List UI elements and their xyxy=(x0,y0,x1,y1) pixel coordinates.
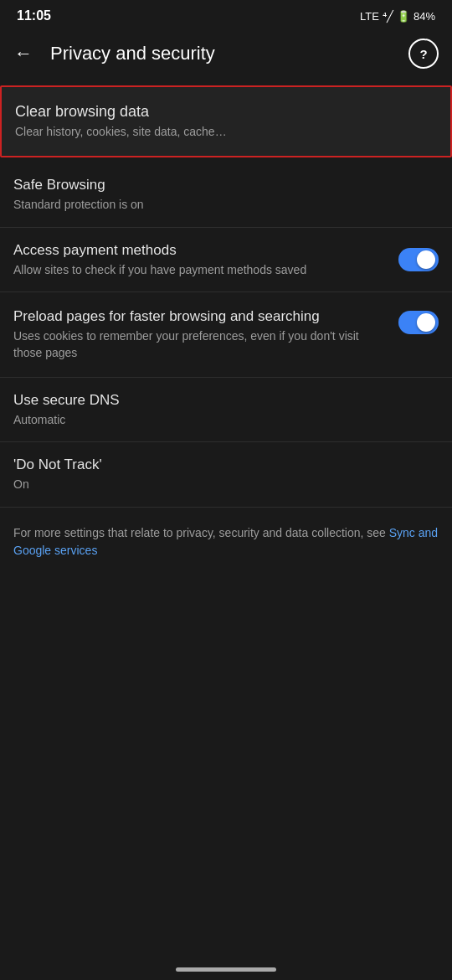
safe-browsing-title: Safe Browsing xyxy=(13,176,439,194)
signal-icon: ⁴╱ xyxy=(383,10,393,23)
clear-browsing-data-title: Clear browsing data xyxy=(15,102,437,121)
home-indicator xyxy=(176,967,276,972)
help-button[interactable]: ? xyxy=(408,39,439,69)
use-secure-dns-subtitle: Automatic xyxy=(13,412,439,429)
clear-browsing-data-subtitle: Clear history, cookies, site data, cache… xyxy=(15,124,437,141)
access-payment-toggle[interactable] xyxy=(398,248,439,271)
access-payment-methods-content: Access payment methods Allow sites to ch… xyxy=(13,241,388,279)
safe-browsing-item[interactable]: Safe Browsing Standard protection is on xyxy=(0,162,452,228)
page-title: Privacy and security xyxy=(50,43,398,64)
do-not-track-subtitle: On xyxy=(13,477,439,493)
header: ← Privacy and security ? xyxy=(0,28,452,80)
use-secure-dns-item[interactable]: Use secure DNS Automatic xyxy=(0,378,452,443)
toggle-thumb-2 xyxy=(417,313,435,332)
toggle-track xyxy=(398,248,439,271)
safe-browsing-subtitle: Standard protection is on xyxy=(13,197,439,214)
preload-pages-item[interactable]: Preload pages for faster browsing and se… xyxy=(0,292,452,377)
toggle-track-2 xyxy=(398,311,439,334)
access-payment-methods-item[interactable]: Access payment methods Allow sites to ch… xyxy=(0,228,452,293)
preload-pages-toggle[interactable] xyxy=(398,311,439,334)
preload-pages-content: Preload pages for faster browsing and se… xyxy=(13,307,388,361)
safe-browsing-content: Safe Browsing Standard protection is on xyxy=(13,176,439,214)
settings-list: Clear browsing data Clear history, cooki… xyxy=(0,85,452,576)
do-not-track-item[interactable]: 'Do Not Track' On xyxy=(0,442,452,508)
do-not-track-title: 'Do Not Track' xyxy=(13,456,439,474)
use-secure-dns-content: Use secure DNS Automatic xyxy=(13,391,439,429)
back-button[interactable]: ← xyxy=(7,37,40,70)
back-arrow-icon: ← xyxy=(14,43,33,64)
status-bar: 11:05 LTE ⁴╱ 🔋 84% xyxy=(0,0,452,28)
access-payment-methods-title: Access payment methods xyxy=(13,241,388,260)
access-payment-methods-subtitle: Allow sites to check if you have payment… xyxy=(13,262,388,279)
battery-percent: 84% xyxy=(413,10,435,23)
battery-icon: 🔋 xyxy=(397,10,410,23)
preload-pages-title: Preload pages for faster browsing and se… xyxy=(13,307,388,326)
footer-text: For more settings that relate to privacy… xyxy=(13,526,389,539)
preload-pages-subtitle: Uses cookies to remember your preference… xyxy=(13,328,388,361)
clear-browsing-data-item[interactable]: Clear browsing data Clear history, cooki… xyxy=(0,85,452,157)
toggle-thumb xyxy=(417,250,435,269)
status-time: 11:05 xyxy=(17,8,51,23)
toggle-switch[interactable] xyxy=(398,248,439,271)
toggle-switch-2[interactable] xyxy=(398,311,439,334)
do-not-track-content: 'Do Not Track' On xyxy=(13,456,439,493)
help-icon: ? xyxy=(419,47,427,61)
footer-note: For more settings that relate to privacy… xyxy=(0,508,452,576)
network-icon: LTE xyxy=(360,10,379,23)
status-icons: LTE ⁴╱ 🔋 84% xyxy=(360,10,435,23)
clear-browsing-data-content: Clear browsing data Clear history, cooki… xyxy=(15,102,437,141)
use-secure-dns-title: Use secure DNS xyxy=(13,391,439,410)
